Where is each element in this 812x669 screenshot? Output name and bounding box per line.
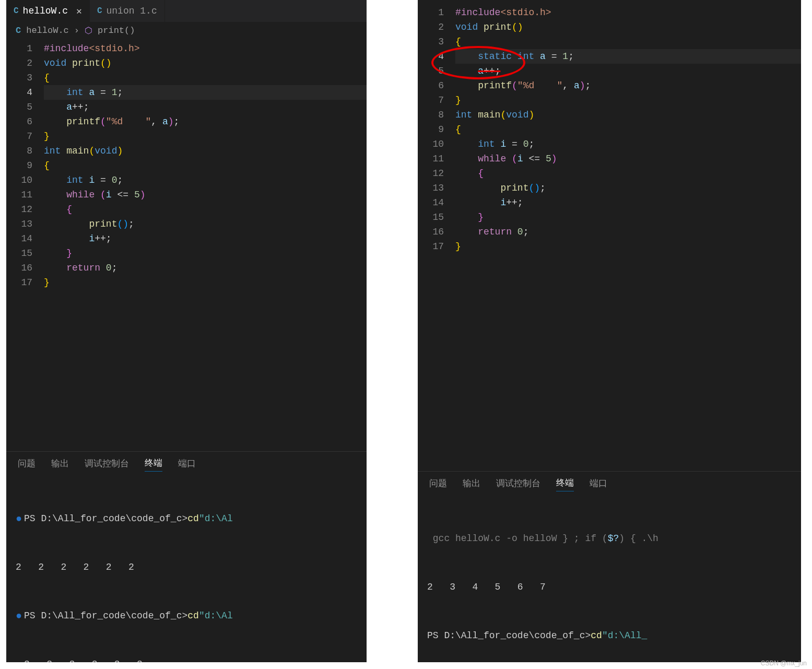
code-line: { — [455, 166, 801, 181]
line-number: 5 — [6, 100, 32, 114]
c-file-icon: C — [14, 6, 19, 16]
terminal-line: ●PS D:\All_for_code\code_of_c> cd "d:\Al — [16, 511, 357, 527]
code-line: int a = 1; — [44, 85, 367, 100]
line-number: 16 — [418, 225, 444, 239]
line-number: 8 — [418, 108, 444, 122]
panel-tabs: 问题 输出 调试控制台 终端 端口 — [6, 451, 367, 476]
line-number: 9 — [6, 158, 32, 173]
line-number: 3 — [418, 34, 444, 49]
terminal-line: gcc helloW.c -o helloW } ; if ($?) { .\h — [427, 531, 792, 547]
line-number: 10 — [6, 173, 32, 187]
panel-tab-output[interactable]: 输出 — [51, 457, 69, 472]
code-line: int main(void) — [455, 108, 801, 122]
line-number: 15 — [418, 210, 444, 225]
symbol-icon: ⬡ — [85, 25, 92, 36]
terminal-line: 2 3 4 5 6 7 — [427, 579, 792, 595]
breadcrumb-symbol: print() — [98, 26, 135, 36]
code-line: i++; — [44, 231, 367, 246]
code-line: int i = 0; — [44, 173, 367, 187]
code-area[interactable]: #include<stdio.h> void print() { static … — [455, 5, 801, 254]
bullet-icon: ● — [16, 611, 24, 621]
code-line: int main(void) — [44, 144, 367, 158]
breadcrumb[interactable]: C helloW.c › ⬡ print() — [6, 22, 367, 39]
line-number: 4 — [6, 85, 32, 100]
tab-hellow[interactable]: C helloW.c ✕ — [6, 0, 90, 22]
line-number: 6 — [418, 78, 444, 93]
bullet-icon: ● — [16, 514, 24, 524]
line-number: 4 — [418, 49, 444, 64]
line-gutter: 1 2 3 4 5 6 7 8 9 10 11 12 13 14 15 16 1… — [418, 5, 455, 254]
panel-tab-output[interactable]: 输出 — [463, 477, 480, 491]
panel-tab-debug[interactable]: 调试控制台 — [496, 477, 540, 491]
line-number: 16 — [6, 261, 32, 275]
panel-tabs: 问题 输出 调试控制台 终端 端口 — [418, 471, 801, 496]
line-number: 14 — [6, 231, 32, 246]
chevron-right-icon: › — [74, 26, 79, 36]
terminal[interactable]: ●PS D:\All_for_code\code_of_c> cd "d:\Al… — [6, 476, 367, 662]
code-line: i++; — [455, 195, 801, 210]
line-number: 2 — [6, 56, 32, 71]
panel-tab-debug[interactable]: 调试控制台 — [85, 457, 129, 472]
line-number: 11 — [418, 151, 444, 166]
editor-pane-right: 1 2 3 4 5 6 7 8 9 10 11 12 13 14 15 16 1… — [418, 0, 801, 662]
code-line: print(); — [455, 181, 801, 195]
terminal-line: ●2 2 2 2 2 2 — [16, 656, 357, 662]
tab-bar: C helloW.c ✕ C union 1.c — [6, 0, 367, 22]
tab-label: helloW.c — [23, 6, 68, 16]
terminal-line: ●PS D:\All_for_code\code_of_c> cd "d:\Al — [16, 608, 357, 624]
panel-tab-problems[interactable]: 问题 — [429, 477, 447, 491]
panel-tab-ports[interactable]: 端口 — [178, 457, 196, 472]
code-line: } — [44, 275, 367, 290]
code-line: } — [44, 129, 367, 144]
code-line: { — [44, 202, 367, 217]
watermark: CSDN @mx_jun — [761, 660, 807, 667]
code-line: void print() — [44, 56, 367, 71]
close-icon[interactable]: ✕ — [72, 5, 82, 17]
terminal-line: 2 2 2 2 2 2 — [16, 559, 357, 576]
code-area[interactable]: #include<stdio.h> void print() { int a =… — [44, 41, 367, 290]
line-number: 7 — [6, 129, 32, 144]
code-line: #include<stdio.h> — [44, 41, 367, 56]
panel-tab-problems[interactable]: 问题 — [18, 457, 36, 472]
code-editor[interactable]: 1 2 3 4 5 6 7 8 9 10 11 12 13 14 15 16 1… — [6, 39, 367, 290]
code-line: while (i <= 5) — [44, 187, 367, 202]
code-line: } — [44, 246, 367, 261]
line-number: 10 — [418, 137, 444, 151]
breadcrumb-file: helloW.c — [26, 26, 69, 36]
code-line: } — [455, 239, 801, 254]
c-file-icon: C — [97, 6, 102, 16]
line-number: 7 — [418, 93, 444, 108]
line-number: 1 — [6, 41, 32, 56]
line-number: 9 — [418, 122, 444, 137]
code-line: { — [455, 122, 801, 137]
code-line: a++; — [44, 100, 367, 114]
code-line: { — [455, 34, 801, 49]
line-number: 14 — [418, 195, 444, 210]
line-number: 2 — [418, 20, 444, 34]
line-number: 12 — [418, 166, 444, 181]
line-number: 8 — [6, 144, 32, 158]
line-number: 6 — [6, 114, 32, 129]
code-line: void print() — [455, 20, 801, 34]
panel-tab-terminal[interactable]: 终端 — [556, 477, 574, 491]
editor-pane-left: C helloW.c ✕ C union 1.c C helloW.c › ⬡ … — [6, 0, 367, 662]
code-line: int i = 0; — [455, 137, 801, 151]
bullet-icon: ● — [16, 660, 24, 663]
tab-label: union 1.c — [106, 6, 157, 16]
code-editor[interactable]: 1 2 3 4 5 6 7 8 9 10 11 12 13 14 15 16 1… — [418, 0, 801, 254]
code-line: } — [455, 210, 801, 225]
line-number: 12 — [6, 202, 32, 217]
line-number: 11 — [6, 187, 32, 202]
code-line: #include<stdio.h> — [455, 5, 801, 20]
tab-union[interactable]: C union 1.c — [90, 0, 165, 22]
panel-tab-ports[interactable]: 端口 — [590, 477, 607, 491]
panel-tab-terminal[interactable]: 终端 — [145, 457, 162, 472]
code-line: printf("%d ", a); — [455, 78, 801, 93]
code-line: return 0; — [44, 261, 367, 275]
code-line: return 0; — [455, 225, 801, 239]
line-gutter: 1 2 3 4 5 6 7 8 9 10 11 12 13 14 15 16 1… — [6, 41, 44, 290]
line-number: 1 — [418, 5, 444, 20]
code-line: print(); — [44, 217, 367, 231]
terminal[interactable]: gcc helloW.c -o helloW } ; if ($?) { .\h… — [418, 496, 801, 662]
c-file-icon: C — [16, 26, 21, 36]
